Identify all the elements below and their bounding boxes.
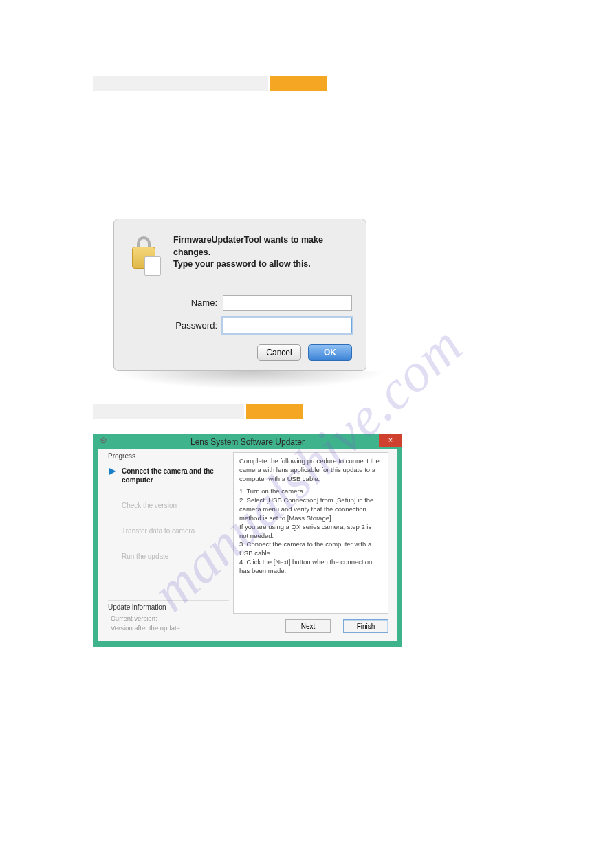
close-button[interactable]: ×	[379, 434, 402, 447]
instruction-pane: Complete the following procedure to conn…	[233, 452, 388, 614]
step-run: Run the update	[108, 552, 229, 561]
step-check: Check the version	[108, 501, 229, 510]
name-input[interactable]	[223, 295, 352, 311]
cancel-button[interactable]: Cancel	[257, 344, 301, 361]
current-version: Current version:	[111, 614, 229, 623]
arrow-icon: ▶	[108, 467, 116, 485]
password-input[interactable]	[223, 318, 352, 333]
step-transfer: Transfer data to camera	[108, 526, 229, 535]
password-label: Password:	[175, 320, 217, 331]
after-version: Version after the update:	[111, 623, 229, 633]
dialog-shadow	[113, 371, 387, 389]
highlight-bar-4: Figure	[246, 404, 303, 419]
highlight-bar-1: Start the firmware updater	[93, 76, 268, 91]
highlight-bar-3: Connect the camera	[93, 404, 244, 419]
lock-icon	[128, 234, 164, 274]
ok-button[interactable]: OK	[308, 344, 352, 361]
next-button[interactable]: Next	[285, 619, 331, 633]
progress-heading: Progress	[108, 452, 229, 460]
highlight-bar-2: Figure	[270, 76, 327, 91]
auth-message: FirmwareUpdaterTool wants to make change…	[173, 234, 352, 274]
finish-button[interactable]: Finish	[343, 619, 388, 633]
updater-window: Lens System Software Updater ⚙ × Progres…	[93, 434, 402, 647]
updater-title: Lens System Software Updater	[93, 434, 402, 449]
update-info: Update information Current version: Vers…	[108, 600, 229, 634]
auth-dialog: FirmwareUpdaterTool wants to make change…	[113, 219, 387, 371]
name-label: Name:	[191, 298, 217, 308]
step-connect: ▶ Connect the camera and the computer	[108, 467, 229, 485]
gear-icon: ⚙	[100, 436, 107, 445]
